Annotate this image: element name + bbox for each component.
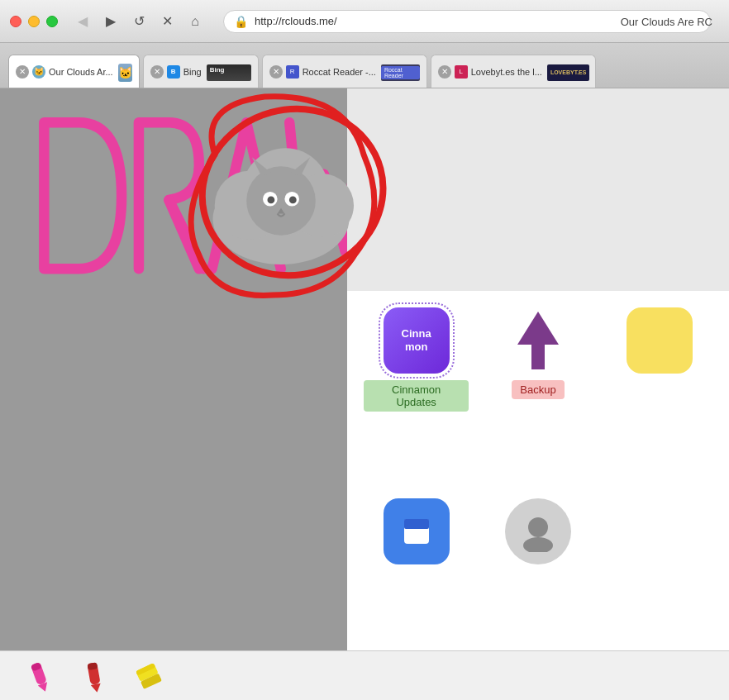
tab-favicon-1: 🐱 [32, 65, 45, 79]
svg-rect-16 [404, 519, 429, 529]
gray-circle-icon [505, 498, 571, 564]
third-app-icon [627, 307, 693, 374]
refresh-button[interactable]: ↺ [127, 10, 150, 33]
third-app-item[interactable] [608, 307, 712, 374]
svg-marker-23 [91, 683, 102, 693]
traffic-lights [10, 16, 58, 27]
address-icon: 🔒 [234, 15, 248, 28]
red-marker-tool[interactable] [77, 659, 112, 693]
svg-point-17 [528, 517, 548, 537]
pink-marker-tool[interactable] [21, 656, 59, 694]
gray-circle-item[interactable] [485, 498, 590, 564]
svg-marker-14 [517, 312, 559, 369]
maximize-button[interactable] [46, 16, 58, 27]
forward-button[interactable]: ▶ [99, 10, 122, 33]
tab-bing[interactable]: ✕ B Bing Bing [143, 55, 259, 88]
lovebytes-logo: LOVEBYT.ES [550, 69, 587, 75]
app-panel: Cinnamon Cinnamon Updates Backup [347, 291, 729, 650]
home-button[interactable]: ⌂ [183, 10, 207, 33]
cinnamon-updates-item[interactable]: Cinnamon Cinnamon Updates [364, 307, 469, 412]
tab-roccat[interactable]: ✕ R Roccat Reader -... Roccat Reader [262, 55, 427, 88]
blue-app-item[interactable] [364, 498, 469, 564]
backup-label: Backup [512, 380, 564, 399]
tab-favicon-4: L [455, 65, 468, 79]
roccat-reader-label: Roccat Reader [381, 66, 420, 79]
svg-point-18 [523, 537, 553, 552]
backup-icon [505, 307, 571, 374]
close-button[interactable] [10, 16, 21, 27]
cinnamon-icon: Cinnamon [384, 307, 450, 374]
back-button[interactable]: ◀ [71, 10, 94, 33]
title-bar: ◀ ▶ ↺ ✕ ⌂ 🔒 http://rclouds.me/ Our Cloud… [0, 0, 729, 43]
drawing-area[interactable] [0, 88, 347, 650]
nav-buttons: ◀ ▶ ↺ ✕ ⌂ [71, 10, 207, 33]
tab-lovebytes[interactable]: ✕ L Lovebyt.es the l... LOVEBYT.ES [431, 55, 596, 88]
tab-title-2: Bing [183, 67, 202, 77]
yellow-marker-tool[interactable] [129, 656, 169, 696]
blue-app-icon [384, 498, 450, 564]
tab-favicon-3: R [286, 65, 299, 79]
tab-favicon-2: B [167, 65, 180, 79]
tab-title-4: Lovebyt.es the l... [471, 67, 542, 77]
tabs-bar: ✕ 🐱 Our Clouds Ar... 🐱 ✕ B Bing Bing ✕ R… [0, 43, 729, 88]
stop-button[interactable]: ✕ [155, 10, 179, 33]
tab-close-1[interactable]: ✕ [16, 65, 29, 79]
bottom-toolbar [0, 650, 729, 700]
cinnamon-updates-label: Cinnamon Updates [364, 380, 469, 412]
tab-close-3[interactable]: ✕ [269, 65, 283, 79]
tab-title-1: Our Clouds Ar... [49, 67, 113, 77]
minimize-button[interactable] [28, 16, 40, 27]
page-title: Our Clouds Are RC [621, 15, 712, 27]
backup-item[interactable]: Backup [485, 307, 590, 399]
lovebytes-thumb: LOVEBYT.ES [547, 64, 590, 81]
tab-our-clouds[interactable]: ✕ 🐱 Our Clouds Ar... 🐱 [8, 55, 140, 88]
tab-close-2[interactable]: ✕ [150, 65, 164, 79]
cinnamon-icon-wrapper: Cinnamon [384, 307, 450, 374]
roccat-thumb: Roccat Reader [381, 64, 420, 81]
bing-thumb: Bing [207, 64, 251, 81]
browser-content: Cinnamon Cinnamon Updates Backup [0, 88, 729, 650]
tab-close-4[interactable]: ✕ [438, 65, 451, 79]
tab-title-3: Roccat Reader -... [303, 67, 376, 77]
